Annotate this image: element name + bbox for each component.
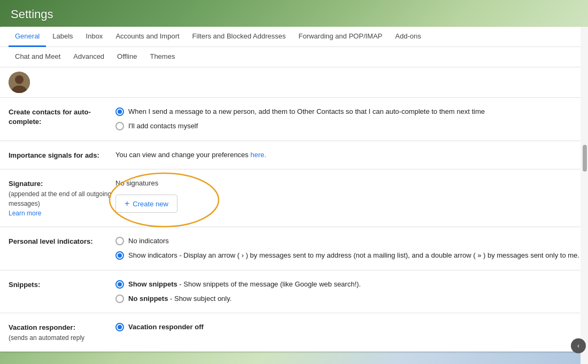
radio-vacation-off-label: Vacation responder off xyxy=(128,322,204,333)
personal-level-value: No indicators Show indicators - Display … xyxy=(115,236,579,261)
importance-signals-text: You can view and change your preferences xyxy=(115,151,250,159)
no-signatures-text: No signatures xyxy=(115,178,579,189)
radio-no-snippets-label: No snippets - Show subject only. xyxy=(128,293,231,305)
tab-accounts-import[interactable]: Accounts and Import xyxy=(109,27,185,47)
vacation-responder-value: Vacation responder off xyxy=(115,322,579,333)
create-contacts-value: When I send a message to a new person, a… xyxy=(115,106,579,132)
radio-option-show-snippets: Show snippets - Show snippets of the mes… xyxy=(115,279,579,290)
create-new-label: Create new xyxy=(133,200,168,208)
radio-option-no-snippets: No snippets - Show subject only. xyxy=(115,293,579,305)
snippets-value: Show snippets - Show snippets of the mes… xyxy=(115,279,579,305)
setting-vacation-responder: Vacation responder: (sends an automated … xyxy=(0,313,588,351)
avatar xyxy=(9,72,30,93)
radio-vacation-off[interactable] xyxy=(115,323,124,331)
vacation-sublabel: (sends an automated reply xyxy=(9,334,84,342)
scrollbar-track xyxy=(581,27,588,364)
tab-offline[interactable]: Offline xyxy=(111,47,143,67)
setting-snippets: Snippets: Show snippets - Show snippets … xyxy=(0,270,588,314)
tab-chat-meet[interactable]: Chat and Meet xyxy=(9,47,67,67)
create-contacts-label: Create contacts for auto-complete: xyxy=(9,106,115,127)
radio-auto-add-label: When I send a message to a new person, a… xyxy=(128,106,485,118)
radio-show-snippets[interactable] xyxy=(115,280,124,289)
importance-signals-label: Importance signals for ads: xyxy=(9,150,115,160)
radio-show-indicators-label: Show indicators - Display an arrow ( › )… xyxy=(128,250,579,261)
radio-no-indicators[interactable] xyxy=(115,237,124,245)
radio-option-vacation-off: Vacation responder off xyxy=(115,322,579,333)
setting-importance-signals: Importance signals for ads: You can view… xyxy=(0,141,588,170)
tabs-row-2: Chat and Meet Advanced Offline Themes xyxy=(0,47,588,67)
tabs-row-1: General Labels Inbox Accounts and Import… xyxy=(0,27,588,47)
radio-manual[interactable] xyxy=(115,122,124,130)
tab-themes[interactable]: Themes xyxy=(143,47,181,67)
setting-create-contacts: Create contacts for auto-complete: When … xyxy=(0,98,588,141)
radio-manual-label: I'll add contacts myself xyxy=(128,121,198,132)
plus-icon: + xyxy=(125,199,129,208)
radio-option-show-indicators: Show indicators - Display an arrow ( › )… xyxy=(115,250,579,261)
settings-title: Settings xyxy=(0,0,588,27)
tab-general[interactable]: General xyxy=(9,27,46,47)
signature-value: No signatures + Create new xyxy=(115,178,579,213)
scrollbar-thumb[interactable] xyxy=(583,145,587,172)
radio-option-no-indicators: No indicators xyxy=(115,236,579,247)
personal-level-label: Personal level indicators: xyxy=(9,236,115,246)
tab-inbox[interactable]: Inbox xyxy=(80,27,110,47)
arrow-left-icon: ‹ xyxy=(577,342,579,350)
importance-signals-link[interactable]: here. xyxy=(250,151,266,159)
signature-label: Signature: (appended at the end of all o… xyxy=(9,178,115,218)
radio-no-indicators-label: No indicators xyxy=(128,236,169,247)
svg-point-1 xyxy=(15,75,24,84)
profile-row xyxy=(0,67,588,98)
tab-forwarding[interactable]: Forwarding and POP/IMAP xyxy=(292,27,389,47)
radio-no-snippets[interactable] xyxy=(115,295,124,303)
setting-signature: Signature: (appended at the end of all o… xyxy=(0,169,588,227)
radio-show-indicators[interactable] xyxy=(115,251,124,260)
setting-personal-level: Personal level indicators: No indicators… xyxy=(0,227,588,270)
radio-option-manual: I'll add contacts myself xyxy=(115,121,579,132)
importance-signals-value: You can view and change your preferences… xyxy=(115,150,579,161)
signature-sublabel: (appended at the end of all outgoing mes… xyxy=(9,190,111,207)
collapse-arrow-button[interactable]: ‹ xyxy=(571,338,586,353)
tab-addons[interactable]: Add-ons xyxy=(389,27,427,47)
create-new-button[interactable]: + Create new xyxy=(115,195,177,213)
tab-labels[interactable]: Labels xyxy=(46,27,79,47)
snippets-label: Snippets: xyxy=(9,279,115,290)
signature-learn-more-link[interactable]: Learn more xyxy=(9,210,41,217)
vacation-responder-label: Vacation responder: (sends an automated … xyxy=(9,322,115,342)
radio-show-snippets-label: Show snippets - Show snippets of the mes… xyxy=(128,279,361,290)
tab-advanced[interactable]: Advanced xyxy=(67,47,111,67)
radio-auto-add[interactable] xyxy=(115,107,124,116)
radio-option-auto-add: When I send a message to a new person, a… xyxy=(115,106,579,118)
tab-filters-blocked[interactable]: Filters and Blocked Addresses xyxy=(186,27,292,47)
